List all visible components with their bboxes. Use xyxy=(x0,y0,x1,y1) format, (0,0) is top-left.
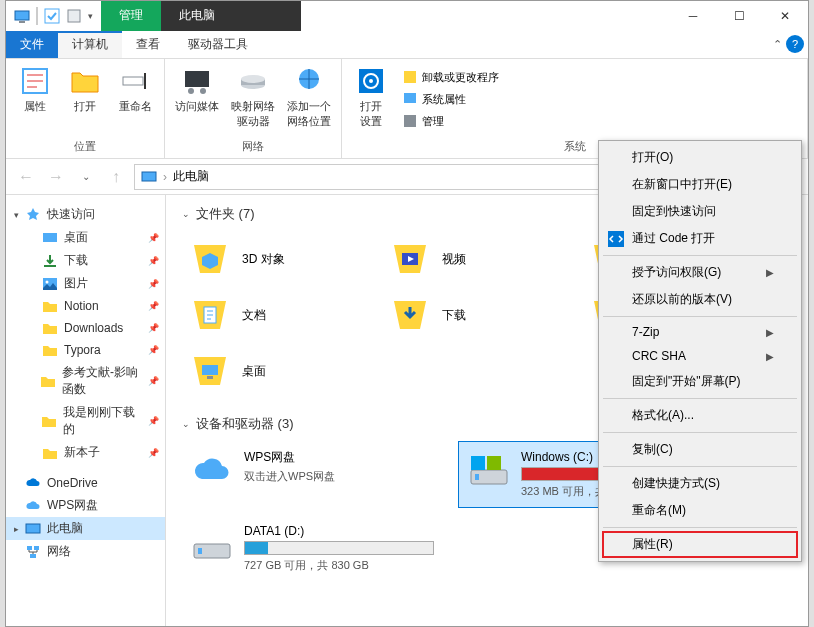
address-text: 此电脑 xyxy=(173,168,209,185)
svg-point-16 xyxy=(369,79,373,83)
open-label: 打开 xyxy=(74,99,96,114)
menu-separator xyxy=(603,398,797,399)
qat-dropdown[interactable]: ▾ xyxy=(88,11,93,21)
folder-icon xyxy=(41,413,57,429)
netloc-icon xyxy=(293,65,325,97)
context-menu-item[interactable]: 打开(O) xyxy=(602,144,798,171)
sidebar-item[interactable]: Downloads📌 xyxy=(6,317,165,339)
settings-label: 打开 设置 xyxy=(360,99,382,129)
recent-dropdown[interactable]: ⌄ xyxy=(74,165,98,189)
context-menu-item[interactable]: 复制(C) xyxy=(602,436,798,463)
help-icon[interactable]: ? xyxy=(786,35,804,53)
ribbon-collapse[interactable]: ⌃ xyxy=(773,38,782,51)
folder-icon xyxy=(42,276,58,292)
uninstall-button[interactable]: 卸载或更改程序 xyxy=(400,67,501,87)
context-menu-item[interactable]: 通过 Code 打开 xyxy=(602,225,798,252)
sidebar-wps[interactable]: ▸WPS网盘 xyxy=(6,494,165,517)
ribbon-group-location: 属性 打开 重命名 位置 xyxy=(6,59,165,158)
context-menu-item[interactable]: 创建快捷方式(S) xyxy=(602,470,798,497)
sidebar-item[interactable]: 新本子📌 xyxy=(6,441,165,464)
drive-usage-bar xyxy=(244,541,434,555)
svg-rect-35 xyxy=(207,376,213,379)
folder-icon xyxy=(42,230,58,246)
drive-item[interactable]: DATA1 (D:)727 GB 可用，共 830 GB xyxy=(182,516,442,581)
context-menu-item[interactable]: 固定到"开始"屏幕(P) xyxy=(602,368,798,395)
pc-icon xyxy=(141,169,157,185)
folder-icon xyxy=(42,253,58,269)
sidebar-network[interactable]: ▸网络 xyxy=(6,540,165,563)
context-menu-item[interactable]: 重命名(M) xyxy=(602,497,798,524)
view-tab[interactable]: 查看 xyxy=(122,31,174,58)
sidebar-thispc[interactable]: ▸此电脑 xyxy=(6,517,165,540)
open-button[interactable]: 打开 xyxy=(64,63,106,137)
properties-button[interactable]: 属性 xyxy=(14,63,56,137)
rename-button[interactable]: 重命名 xyxy=(114,63,156,137)
settings-icon xyxy=(355,65,387,97)
folder-item[interactable]: 文档 xyxy=(182,287,382,343)
sidebar-item[interactable]: 我是刚刚下载的📌 xyxy=(6,401,165,441)
folder-item[interactable]: 3D 对象 xyxy=(182,231,382,287)
folder-item[interactable]: 桌面 xyxy=(182,343,382,399)
sysprops-icon xyxy=(402,91,418,107)
maximize-button[interactable]: ☐ xyxy=(716,1,762,31)
folder-open-icon xyxy=(69,65,101,97)
manage-button[interactable]: 管理 xyxy=(400,111,501,131)
up-button[interactable]: ↑ xyxy=(104,165,128,189)
sysprops-button[interactable]: 系统属性 xyxy=(400,89,501,109)
forward-button[interactable]: → xyxy=(44,165,68,189)
svg-rect-2 xyxy=(45,9,59,23)
sidebar-item[interactable]: Typora📌 xyxy=(6,339,165,361)
file-menu[interactable]: 文件 xyxy=(6,31,58,58)
svg-point-9 xyxy=(200,88,206,94)
folder-icon xyxy=(388,293,432,337)
drive-item[interactable]: WPS网盘双击进入WPS网盘 xyxy=(182,441,442,508)
svg-rect-24 xyxy=(44,265,56,267)
divider-icon xyxy=(36,7,38,25)
open-settings-button[interactable]: 打开 设置 xyxy=(350,63,392,137)
map-drive-button[interactable]: 映射网络 驱动器 xyxy=(229,63,277,137)
drive-icon xyxy=(190,524,234,568)
star-icon xyxy=(25,207,41,223)
sidebar-item[interactable]: 图片📌 xyxy=(6,272,165,295)
folder-icon xyxy=(42,342,58,358)
sidebar-item[interactable]: 参考文献-影响函数📌 xyxy=(6,361,165,401)
context-menu: 打开(O)在新窗口中打开(E)固定到快速访问通过 Code 打开授予访问权限(G… xyxy=(598,140,802,562)
add-netloc-button[interactable]: 添加一个 网络位置 xyxy=(285,63,333,137)
computer-tab[interactable]: 计算机 xyxy=(58,31,122,58)
sidebar-item[interactable]: 下载📌 xyxy=(6,249,165,272)
sidebar-item[interactable]: Notion📌 xyxy=(6,295,165,317)
close-button[interactable]: ✕ xyxy=(762,1,808,31)
context-menu-item[interactable]: 7-Zip▶ xyxy=(602,320,798,344)
svg-rect-3 xyxy=(68,10,80,22)
svg-point-12 xyxy=(241,75,265,83)
quick-access-toolbar: ▾ xyxy=(6,1,101,31)
back-button[interactable]: ← xyxy=(14,165,38,189)
rename-icon xyxy=(119,65,151,97)
svg-rect-39 xyxy=(487,456,501,470)
code-icon xyxy=(608,231,624,247)
drive-tools-tab[interactable]: 驱动器工具 xyxy=(174,31,262,58)
folder-item[interactable]: 视频 xyxy=(382,231,582,287)
context-menu-item[interactable]: 授予访问权限(G)▶ xyxy=(602,259,798,286)
manage-tab[interactable]: 管理 xyxy=(101,1,161,31)
minimize-button[interactable]: ─ xyxy=(670,1,716,31)
context-menu-item[interactable]: 还原以前的版本(V) xyxy=(602,286,798,313)
context-menu-item[interactable]: 格式化(A)... xyxy=(602,402,798,429)
context-menu-item[interactable]: 固定到快速访问 xyxy=(602,198,798,225)
properties-qat-icon[interactable] xyxy=(66,8,82,24)
menu-separator xyxy=(603,466,797,467)
context-menu-item[interactable]: 在新窗口中打开(E) xyxy=(602,171,798,198)
svg-rect-0 xyxy=(15,11,29,20)
checkbox-icon[interactable] xyxy=(44,8,60,24)
svg-rect-38 xyxy=(471,456,485,470)
sidebar-quick-access[interactable]: ▾快速访问 xyxy=(6,203,165,226)
menu-bar: 文件 计算机 查看 驱动器工具 ⌃ ? xyxy=(6,31,808,59)
cloud-icon xyxy=(25,475,41,491)
folder-item[interactable]: 下载 xyxy=(382,287,582,343)
context-menu-item[interactable]: CRC SHA▶ xyxy=(602,344,798,368)
context-menu-item[interactable]: 属性(R) xyxy=(602,531,798,558)
access-media-button[interactable]: 访问媒体 xyxy=(173,63,221,137)
sidebar-item[interactable]: 桌面📌 xyxy=(6,226,165,249)
svg-rect-19 xyxy=(404,115,416,127)
sidebar-onedrive[interactable]: ▸OneDrive xyxy=(6,472,165,494)
